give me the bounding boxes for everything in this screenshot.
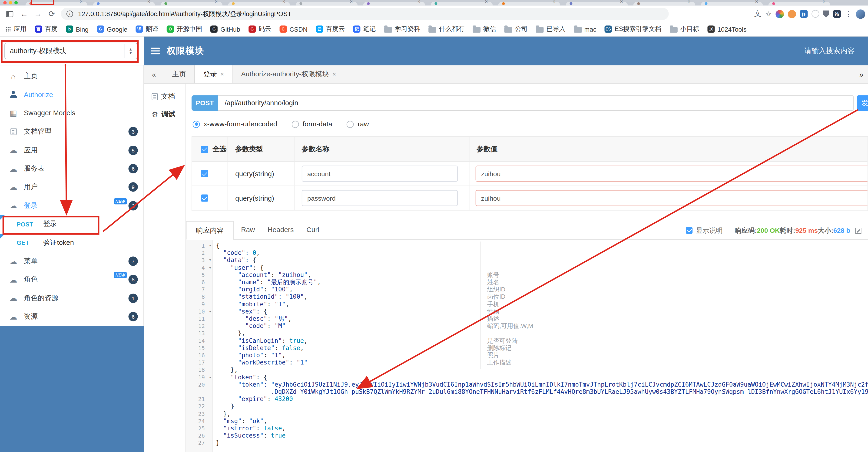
reload-icon[interactable]: ⟳	[45, 9, 59, 18]
bookmark-item[interactable]: 101024Tools	[708, 25, 747, 33]
bookmark-item[interactable]: CCSDN	[279, 25, 307, 33]
tab-raw[interactable]: Raw	[234, 221, 262, 240]
sidebar-item-1[interactable]: Authorize	[0, 85, 144, 104]
row-checkbox[interactable]	[201, 170, 208, 177]
bookmark-label: 笔记	[363, 25, 376, 33]
request-path[interactable]: /api/authority/anno/login	[218, 95, 854, 111]
extension-icon[interactable]	[811, 10, 819, 18]
bookmark-item[interactable]: O开源中国	[167, 25, 202, 33]
bookmark-item[interactable]: 译翻译	[136, 25, 158, 33]
param-name-input[interactable]	[302, 166, 458, 182]
tab-curl[interactable]: Curl	[299, 221, 327, 240]
shield-extension-icon[interactable]	[823, 10, 829, 18]
back-icon[interactable]: ←	[17, 9, 31, 18]
col-select-all: 全选	[213, 137, 226, 161]
fold-icon[interactable]: ▾	[209, 308, 211, 315]
menu-icon[interactable]	[151, 48, 160, 56]
bookmark-item[interactable]: 记笔记	[353, 25, 376, 33]
bookmark-item[interactable]: 微信	[473, 25, 496, 33]
bookmark-item[interactable]: GGitHub	[210, 25, 240, 33]
bookmark-item[interactable]: G码云	[248, 25, 271, 33]
side-panel-icon[interactable]	[6, 11, 13, 17]
radio-formdata[interactable]: form-data	[291, 120, 332, 128]
sidebar-item-7[interactable]: ☁登录NEW2	[0, 196, 144, 215]
bookmark-item[interactable]: 应用	[6, 25, 27, 33]
window-close-icon[interactable]	[3, 1, 6, 4]
bookmark-label: Google	[107, 26, 127, 33]
tab-home[interactable]: 主页	[164, 65, 194, 83]
js-extension-icon[interactable]: js	[800, 10, 808, 18]
bookmark-item[interactable]: 百百度	[35, 25, 58, 33]
bookmark-item[interactable]: 云百度云	[316, 25, 345, 33]
window-minimize-icon[interactable]	[9, 1, 12, 4]
sidebar-item-3[interactable]: 文档管理3	[0, 122, 144, 141]
extension-icon[interactable]	[788, 10, 796, 18]
forward-icon[interactable]: →	[31, 9, 45, 18]
param-value-input[interactable]	[475, 166, 868, 182]
bookmark-item[interactable]: GGoogle	[97, 25, 127, 33]
tab-authorize[interactable]: Authorize-authority-权限模块 ×	[233, 65, 344, 83]
sidebar-item-12[interactable]: ☁角色的资源1	[0, 289, 144, 308]
send-button[interactable]: 发送	[857, 95, 868, 111]
bookmark-item[interactable]: 小目标	[670, 25, 699, 33]
sidebar-item-10[interactable]: ☁菜单7	[0, 252, 144, 271]
radio-urlencoded[interactable]: x-www-form-urlencoded	[193, 120, 277, 128]
param-name-input[interactable]	[302, 190, 458, 206]
select-all-checkbox[interactable]	[201, 145, 208, 153]
fold-icon[interactable]: ▾	[209, 242, 211, 249]
url-text[interactable]: 127.0.0.1:8760/api/gate/doc.html#/author…	[78, 10, 291, 18]
site-info-icon[interactable]: i	[66, 10, 73, 17]
bookmark-item[interactable]: 公司	[504, 25, 527, 33]
sidebar-item-13[interactable]: ☁资源6	[0, 308, 144, 326]
window-maximize-icon[interactable]	[14, 1, 18, 4]
fullscreen-icon[interactable]	[855, 227, 861, 233]
radio-raw[interactable]: raw	[347, 120, 369, 128]
bookmark-item[interactable]: mac	[574, 26, 596, 33]
fold-icon[interactable]: ▾	[209, 264, 211, 271]
header-search[interactable]: 请输入搜索内容	[804, 36, 855, 65]
bookmark-item[interactable]: 学习资料	[384, 25, 420, 33]
sidebar-item-4[interactable]: ☁应用5	[0, 141, 144, 160]
sidebar-item-6[interactable]: ☁用户9	[0, 178, 144, 196]
bookmark-item[interactable]: 已导入	[536, 25, 565, 33]
sidebar-api-get[interactable]: GET验证token	[0, 233, 144, 252]
sidebar-item-2[interactable]: ▦Swagger Models	[0, 104, 144, 122]
bookmarks-bar: 应用百百度bBingGGoogle译翻译O开源中国GGitHubG码云CCSDN…	[0, 22, 868, 36]
address-bar[interactable]: i 127.0.0.1:8760/api/gate/doc.html#/auth…	[61, 8, 669, 20]
show-desc-checkbox[interactable]	[686, 227, 693, 234]
chevron-right-icon[interactable]: »	[855, 65, 868, 84]
bookmark-item[interactable]: ESES搜索引擎文档	[604, 25, 661, 33]
bookmark-item[interactable]: bBing	[66, 25, 89, 33]
close-icon[interactable]: ×	[333, 65, 336, 83]
more-icon[interactable]: ⋮	[845, 10, 852, 18]
translate-icon[interactable]: 文	[754, 9, 761, 19]
line-number: 8	[186, 293, 213, 301]
close-icon[interactable]: ×	[220, 65, 224, 83]
count-badge: 1	[128, 293, 137, 303]
bookmark-item[interactable]: 什么都有	[428, 25, 464, 33]
rail-item-debug[interactable]: ⚙ 调试	[152, 110, 186, 119]
zhan-extension-icon[interactable]: 站	[833, 10, 841, 18]
bookmark-star-icon[interactable]: ☆	[765, 10, 772, 18]
tab-response-content[interactable]: 响应内容	[186, 221, 234, 240]
sidebar-item-0[interactable]: ⌂主页	[0, 67, 144, 85]
rail-item-doc[interactable]: 文档	[152, 92, 186, 101]
tab-login[interactable]: 登录 ×	[194, 65, 233, 83]
sidebar-item-11[interactable]: ☁角色NEW8	[0, 271, 144, 289]
param-value-input[interactable]	[475, 190, 868, 206]
row-checkbox[interactable]	[201, 194, 208, 202]
line-number: 17	[186, 359, 213, 366]
code-line: "name": "最后的演示账号",	[216, 279, 321, 286]
sidebar-item-5[interactable]: ☁服务表6	[0, 160, 144, 178]
browser-tab-strip[interactable]: ××××××××××××	[0, 0, 868, 6]
module-select[interactable]: authority-权限模块 ▲▼	[4, 43, 137, 59]
fold-icon[interactable]: ▾	[209, 374, 211, 381]
fold-icon[interactable]: ▾	[209, 257, 211, 264]
profile-avatar[interactable]	[856, 9, 865, 19]
tab-headers[interactable]: Headers	[262, 221, 299, 240]
sidebar-item-label: 角色	[24, 275, 38, 284]
extension-pinwheel-icon[interactable]	[775, 10, 784, 18]
sidebar-api-post[interactable]: POST登录	[0, 215, 144, 233]
chevron-left-icon[interactable]: «	[144, 65, 164, 83]
response-editor[interactable]: 1▾23▾4▾5678910▾111213141516171819▾202122…	[186, 240, 868, 452]
